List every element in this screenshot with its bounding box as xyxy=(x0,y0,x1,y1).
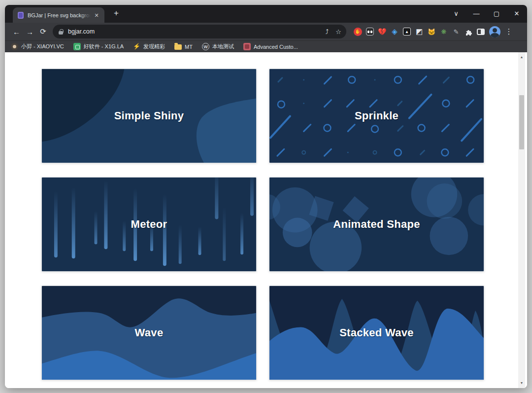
bookmark-star-icon[interactable]: ☆ xyxy=(335,28,341,36)
side-panel-icon[interactable] xyxy=(475,26,486,37)
scroll-down-arrow-icon[interactable]: ▼ xyxy=(518,379,525,387)
maximize-button[interactable]: ▢ xyxy=(493,10,500,17)
wordpress-icon: W xyxy=(202,43,209,50)
card-animated-shape[interactable]: Animated Shape xyxy=(269,177,484,272)
url-text: bgjar.com xyxy=(68,28,95,35)
media-play-extension-icon[interactable]: ▲ xyxy=(401,26,412,37)
tab-close-icon[interactable]: ✕ xyxy=(93,11,100,19)
new-tab-button[interactable]: + xyxy=(110,8,122,20)
forward-button[interactable]: → xyxy=(23,25,36,38)
folder-icon xyxy=(174,44,182,50)
tampermonkey-extension-icon[interactable] xyxy=(365,26,375,37)
cat-catch-extension-icon[interactable]: 🐱 xyxy=(426,26,437,37)
bookmark-local-test[interactable]: W本地测试 xyxy=(202,43,234,50)
card-title: Meteor xyxy=(42,178,256,271)
card-title: Simple Shiny xyxy=(42,69,256,163)
share-icon[interactable]: ⤴ xyxy=(326,28,329,36)
page-content: Simple Shiny xyxy=(5,52,527,388)
title-bar: BGJar | Free svg background i ✕ + ∨ — ▢ … xyxy=(5,5,527,23)
page-scrollbar[interactable]: ▲ ▼ xyxy=(518,52,525,388)
close-button[interactable]: ✕ xyxy=(513,10,520,17)
bookmark-mt[interactable]: MT xyxy=(174,43,193,50)
bookmark-x1g[interactable]: 好软件 - X1G.LA xyxy=(73,43,124,50)
lock-icon xyxy=(59,31,63,35)
plant-extension-icon[interactable]: ❋ xyxy=(438,26,449,37)
card-stacked-wave[interactable]: Stacked Wave xyxy=(269,286,484,380)
browser-toolbar: ← → ⟳ bgjar.com ⤴ ☆ ✋ 💔 ◈ ▲ ◩ 🐱 ❋ ✎ ⋮ xyxy=(5,23,527,40)
background-cards-grid: Simple Shiny xyxy=(41,69,484,380)
card-title: Animated Shape xyxy=(269,178,484,271)
avatar-face-icon xyxy=(11,43,18,50)
browser-tab[interactable]: BGJar | Free svg background i ✕ xyxy=(13,7,104,23)
lightning-icon xyxy=(133,43,140,50)
address-bar[interactable]: bgjar.com ⤴ ☆ xyxy=(53,25,346,38)
bookmarks-bar: 小羿 - XIAOYI.VC 好软件 - X1G.LA 发现精彩 MT W本地测… xyxy=(5,40,527,52)
reload-button[interactable]: ⟳ xyxy=(36,25,50,38)
bookmark-xiaoyi[interactable]: 小羿 - XIAOYI.VC xyxy=(11,43,64,50)
extensions-row: ✋ 💔 ◈ ▲ ◩ 🐱 ❋ ✎ xyxy=(352,26,486,37)
card-title: Stacked Wave xyxy=(269,286,484,380)
card-title: Sprinkle xyxy=(269,69,484,163)
scroll-up-arrow-icon[interactable]: ▲ xyxy=(518,53,525,61)
layers-extension-icon[interactable]: ◈ xyxy=(389,26,400,37)
back-button[interactable]: ← xyxy=(10,25,23,38)
acf-icon xyxy=(243,43,251,50)
dark-reader-extension-icon[interactable]: ◩ xyxy=(414,26,425,37)
card-sprinkle[interactable]: Sprinkle xyxy=(269,69,484,163)
adblock-extension-icon[interactable]: ✋ xyxy=(352,26,363,37)
card-wave[interactable]: Wave xyxy=(41,286,257,380)
tab-search-chevron-icon[interactable]: ∨ xyxy=(453,10,460,17)
card-simple-shiny[interactable]: Simple Shiny xyxy=(41,69,257,163)
card-meteor[interactable]: Meteor xyxy=(41,177,257,272)
card-title: Wave xyxy=(42,286,256,380)
extensions-puzzle-icon[interactable] xyxy=(463,26,474,37)
browser-menu-icon[interactable]: ⋮ xyxy=(504,27,513,36)
profile-avatar[interactable] xyxy=(489,26,500,37)
browser-window: BGJar | Free svg background i ✕ + ∨ — ▢ … xyxy=(5,5,527,388)
pen-extension-icon[interactable]: ✎ xyxy=(451,26,462,37)
bookmark-advanced-custom[interactable]: Advanced Custo... xyxy=(243,43,298,50)
minimize-button[interactable]: — xyxy=(473,10,480,17)
tab-title: BGJar | Free svg background i xyxy=(28,12,91,18)
green-app-icon xyxy=(73,43,81,50)
bgjar-favicon-icon xyxy=(18,12,24,19)
bookmark-discover[interactable]: 发现精彩 xyxy=(133,43,165,50)
broken-heart-extension-icon[interactable]: 💔 xyxy=(377,26,388,37)
scrollbar-thumb[interactable] xyxy=(519,95,524,149)
